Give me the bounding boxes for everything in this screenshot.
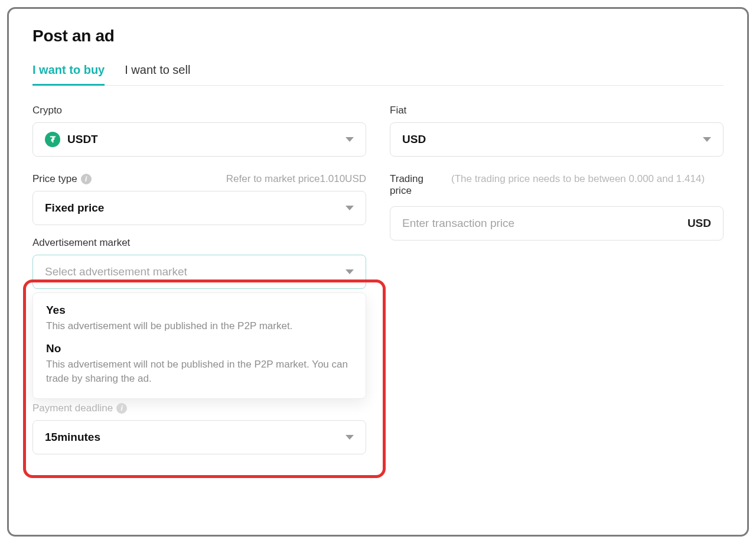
payment-deadline-value: 15minutes xyxy=(45,431,100,444)
ad-market-option-no[interactable]: No This advertisement will not be publis… xyxy=(46,342,353,386)
market-price-hint: Refer to market price1.010USD xyxy=(226,173,366,185)
page-title: Post an ad xyxy=(32,27,724,46)
option-title: Yes xyxy=(46,304,353,317)
chevron-down-icon xyxy=(346,137,354,142)
ad-market-placeholder: Select advertisement market xyxy=(45,265,187,278)
trading-price-label: Trading price xyxy=(390,173,443,197)
price-type-label: Price type xyxy=(32,173,77,185)
chevron-down-icon xyxy=(346,435,354,440)
fiat-select[interactable]: USD xyxy=(390,122,724,157)
fiat-value: USD xyxy=(402,133,426,146)
payment-deadline-select[interactable]: 15minutes xyxy=(32,420,366,454)
crypto-select[interactable]: ₮ USDT xyxy=(32,122,366,157)
ad-market-select[interactable]: Select advertisement market xyxy=(32,255,366,289)
trading-price-hint: (The trading price needs to be between 0… xyxy=(451,173,705,185)
trading-price-unit: USD xyxy=(687,217,711,230)
price-type-select[interactable]: Fixed price xyxy=(32,191,366,225)
tab-sell[interactable]: I want to sell xyxy=(125,63,190,85)
ad-market-dropdown: Yes This advertisement will be published… xyxy=(32,292,366,399)
option-desc: This advertisement will not be published… xyxy=(46,358,353,386)
ad-market-option-yes[interactable]: Yes This advertisement will be published… xyxy=(46,304,353,334)
ad-market-label: Advertisement market xyxy=(32,237,366,249)
fiat-label: Fiat xyxy=(390,105,724,116)
price-type-value: Fixed price xyxy=(45,202,104,214)
usdt-icon: ₮ xyxy=(45,132,60,147)
option-title: No xyxy=(46,342,353,355)
post-ad-panel: Post an ad I want to buy I want to sell … xyxy=(7,7,749,537)
info-icon: i xyxy=(116,403,127,414)
option-desc: This advertisement will be published in … xyxy=(46,319,353,334)
info-icon[interactable]: i xyxy=(81,174,92,184)
crypto-label: Crypto xyxy=(32,105,366,116)
trading-price-field[interactable]: USD xyxy=(390,206,724,240)
crypto-value: USDT xyxy=(67,133,98,146)
trading-price-input[interactable] xyxy=(402,217,683,230)
chevron-down-icon xyxy=(346,206,354,210)
trade-direction-tabs: I want to buy I want to sell xyxy=(32,63,724,86)
chevron-down-icon xyxy=(346,269,354,274)
payment-deadline-label: Payment deadline i xyxy=(32,402,366,414)
tab-buy[interactable]: I want to buy xyxy=(32,63,105,86)
chevron-down-icon xyxy=(703,137,711,142)
